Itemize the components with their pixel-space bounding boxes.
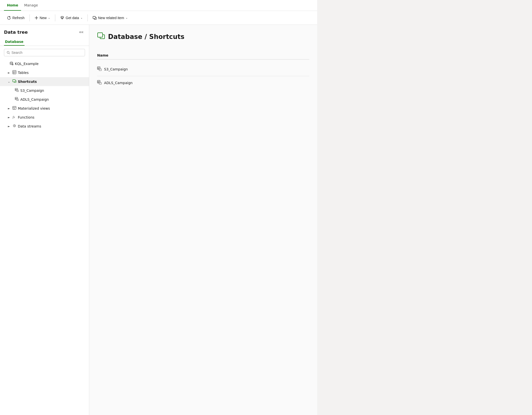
table-icon (12, 70, 16, 75)
left-panel: Data tree «« Database (0, 25, 89, 415)
panel-title: Data tree (4, 30, 28, 35)
tree-item-datastreams[interactable]: ► Data streams (0, 122, 89, 131)
new-chevron: ⌄ (48, 16, 50, 19)
content-area: Name S3_Campaign (97, 53, 309, 89)
search-input[interactable] (11, 51, 82, 55)
plus-icon (35, 16, 38, 20)
func-expander: ► (7, 116, 11, 119)
nav-tab-home[interactable]: Home (4, 0, 21, 11)
right-panel-title: Database / Shortcuts (108, 33, 184, 40)
streams-label: Data streams (18, 124, 41, 128)
tree-item-tables[interactable]: ► Tables (0, 68, 89, 77)
svg-rect-14 (13, 80, 15, 82)
get-data-button[interactable]: Get data ⌄ (57, 14, 85, 21)
get-data-icon (60, 16, 64, 20)
main-layout: Data tree «« Database (0, 25, 317, 415)
shortcuts-expander: ⌄ (7, 80, 11, 83)
svg-rect-3 (93, 16, 95, 19)
get-data-chevron: ⌄ (81, 16, 83, 19)
kql-label: KQL_Example (15, 62, 39, 66)
search-icon (7, 51, 10, 54)
function-icon: fx (12, 115, 16, 120)
mat-label: Materialized views (18, 106, 50, 110)
svg-line-5 (9, 53, 10, 54)
tree-item-adls[interactable]: ADLS_Campaign (0, 95, 89, 104)
adls-row-label: ADLS_Campaign (104, 81, 133, 85)
column-header: Name (97, 53, 309, 60)
database-tab[interactable]: Database (4, 38, 25, 46)
new-related-icon (93, 16, 97, 20)
database-icon (9, 61, 13, 66)
panel-header: Data tree «« (0, 29, 89, 38)
database-tab-row: Database (0, 38, 89, 46)
collapse-button[interactable]: «« (78, 29, 85, 35)
tree-item-functions[interactable]: ► fx Functions (0, 113, 89, 122)
shortcuts-label: Shortcuts (18, 80, 37, 84)
svg-text:fx: fx (13, 115, 15, 119)
svg-rect-15 (15, 88, 18, 91)
tables-label: Tables (18, 71, 29, 75)
data-divider-1 (97, 76, 309, 76)
search-box[interactable] (4, 49, 85, 56)
right-panel-header: Database / Shortcuts (97, 32, 309, 41)
shortcut-icon (12, 79, 16, 84)
toolbar-divider-3 (87, 14, 88, 21)
data-row-adls[interactable]: ADLS_Campaign (97, 77, 309, 89)
adls-label: ADLS_Campaign (20, 97, 49, 101)
toolbar-divider-1 (29, 14, 30, 21)
svg-rect-34 (97, 80, 100, 83)
tables-expander: ► (7, 71, 11, 74)
new-related-chevron: ⌄ (126, 16, 128, 19)
new-related-item-button[interactable]: New related item ⌄ (90, 14, 131, 21)
svg-point-2 (61, 16, 63, 17)
tree-item-kql-example[interactable]: KQL_Example (0, 59, 89, 68)
s3-label: S3_Campaign (20, 89, 44, 93)
s3-row-icon (97, 66, 102, 72)
svg-point-6 (10, 62, 13, 63)
s3-row-label: S3_Campaign (104, 67, 128, 71)
stream-icon (12, 124, 16, 129)
s3-table-icon (15, 88, 19, 93)
toolbar-divider-2 (55, 14, 55, 21)
top-navigation: Home Manage (0, 0, 317, 11)
adls-table-icon (15, 97, 19, 102)
data-row-s3[interactable]: S3_Campaign (97, 64, 309, 75)
refresh-button[interactable]: Refresh (4, 14, 28, 21)
right-header-icon (97, 32, 105, 41)
tree-item-materialized[interactable]: ► Materialized views (0, 104, 89, 113)
svg-point-28 (14, 126, 15, 126)
functions-label: Functions (18, 115, 34, 119)
svg-rect-29 (98, 33, 103, 37)
right-panel: Database / Shortcuts Name S3_Campaign (89, 25, 317, 415)
toolbar: Refresh New ⌄ Get data ⌄ New related ite… (0, 11, 317, 25)
svg-rect-10 (13, 70, 16, 74)
svg-rect-30 (97, 67, 100, 69)
materialized-icon (12, 106, 16, 111)
mat-expander: ► (7, 107, 11, 110)
tree-item-s3[interactable]: S3_Campaign (0, 86, 89, 95)
refresh-icon (7, 16, 11, 20)
svg-rect-19 (15, 97, 18, 100)
nav-tab-manage[interactable]: Manage (21, 0, 41, 11)
tree-list: KQL_Example ► Tables ⌄ (0, 59, 89, 411)
adls-row-icon (97, 80, 102, 86)
new-button[interactable]: New ⌄ (32, 14, 53, 21)
streams-expander: ► (7, 125, 11, 128)
tree-item-shortcuts[interactable]: ⌄ Shortcuts (0, 77, 89, 86)
